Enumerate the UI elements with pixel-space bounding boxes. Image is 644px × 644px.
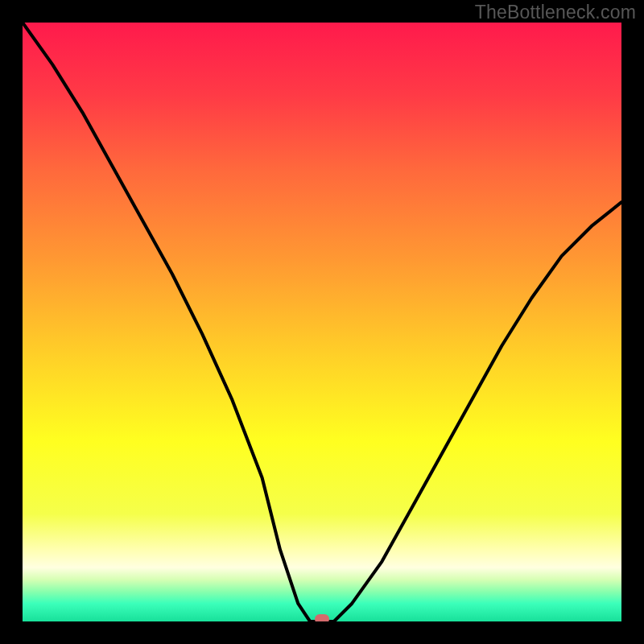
chart-frame: TheBottleneck.com: [0, 0, 644, 644]
watermark-label: TheBottleneck.com: [475, 2, 636, 23]
bottleneck-curve: [23, 23, 621, 621]
curve-path: [23, 23, 621, 621]
bottleneck-marker: [315, 614, 329, 621]
plot-area: [23, 23, 621, 621]
